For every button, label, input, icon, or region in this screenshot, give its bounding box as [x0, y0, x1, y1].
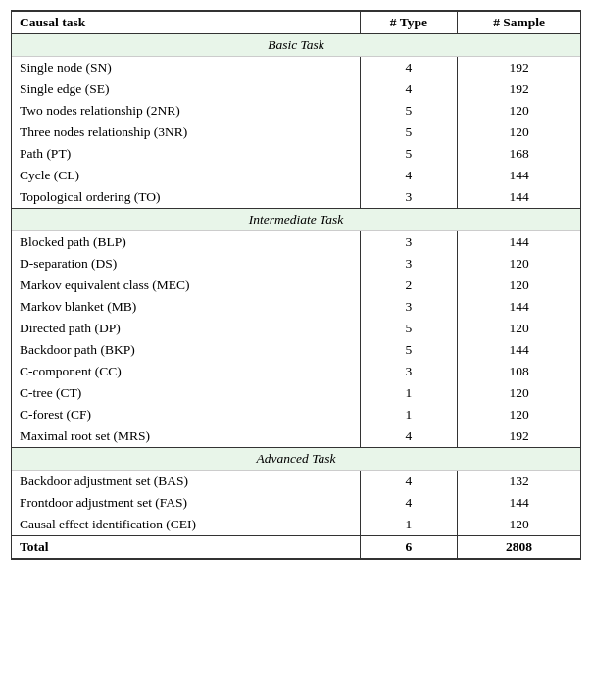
- table-row: Backdoor adjustment set (BAS)4132: [12, 471, 580, 493]
- task-name: Directed path (DP): [12, 318, 360, 339]
- type-count: 1: [360, 514, 458, 536]
- header-sample: # Sample: [458, 12, 580, 34]
- task-name: Single node (SN): [12, 57, 360, 79]
- table-row: Frontdoor adjustment set (FAS)4144: [12, 492, 580, 514]
- table-header: Causal task # Type # Sample: [12, 12, 580, 34]
- table-row: Markov equivalent class (MEC)2120: [12, 275, 580, 296]
- task-name: D-separation (DS): [12, 253, 360, 275]
- table-row: Backdoor path (BKP)5144: [12, 339, 580, 361]
- sample-count: 108: [458, 361, 580, 382]
- sample-count: 120: [458, 100, 580, 122]
- task-name: Single edge (SE): [12, 78, 360, 100]
- table-row: Single node (SN)4192: [12, 57, 580, 79]
- task-name: Backdoor adjustment set (BAS): [12, 471, 360, 493]
- table-row: Cycle (CL)4144: [12, 165, 580, 186]
- sample-count: 120: [458, 318, 580, 339]
- task-name: Markov blanket (MB): [12, 296, 360, 318]
- type-count: 3: [360, 231, 458, 254]
- type-count: 4: [360, 78, 458, 100]
- section-header-1: Intermediate Task: [12, 209, 580, 231]
- sample-count: 192: [458, 425, 580, 448]
- type-count: 3: [360, 186, 458, 209]
- table-row: Two nodes relationship (2NR)5120: [12, 100, 580, 122]
- sample-count: 144: [458, 231, 580, 254]
- type-count: 3: [360, 361, 458, 382]
- sample-count: 120: [458, 514, 580, 536]
- sample-count: 120: [458, 275, 580, 296]
- sample-count: 120: [458, 253, 580, 275]
- sample-count: 192: [458, 78, 580, 100]
- task-name: C-component (CC): [12, 361, 360, 382]
- task-name: Markov equivalent class (MEC): [12, 275, 360, 296]
- type-count: 4: [360, 471, 458, 493]
- header-type: # Type: [360, 12, 458, 34]
- type-count: 3: [360, 296, 458, 318]
- task-name: Maximal root set (MRS): [12, 425, 360, 448]
- type-count: 2: [360, 275, 458, 296]
- task-name: Cycle (CL): [12, 165, 360, 186]
- section-title-2: Advanced Task: [12, 448, 580, 471]
- total-type: 6: [360, 536, 458, 559]
- table-row: C-forest (CF)1120: [12, 404, 580, 425]
- task-name: Path (PT): [12, 143, 360, 165]
- sample-count: 144: [458, 296, 580, 318]
- type-count: 3: [360, 253, 458, 275]
- total-sample: 2808: [458, 536, 580, 559]
- task-name: C-forest (CF): [12, 404, 360, 425]
- section-header-2: Advanced Task: [12, 448, 580, 471]
- sample-count: 144: [458, 186, 580, 209]
- sample-count: 132: [458, 471, 580, 493]
- sample-count: 144: [458, 492, 580, 514]
- table-row: C-tree (CT)1120: [12, 382, 580, 404]
- type-count: 5: [360, 318, 458, 339]
- header-task: Causal task: [12, 12, 360, 34]
- sample-count: 192: [458, 57, 580, 79]
- table-row: D-separation (DS)3120: [12, 253, 580, 275]
- table-row: Directed path (DP)5120: [12, 318, 580, 339]
- type-count: 1: [360, 382, 458, 404]
- table-row: Causal effect identification (CEI)1120: [12, 514, 580, 536]
- table-row: Blocked path (BLP)3144: [12, 231, 580, 254]
- sample-count: 120: [458, 382, 580, 404]
- table-row: C-component (CC)3108: [12, 361, 580, 382]
- table-row: Maximal root set (MRS)4192: [12, 425, 580, 448]
- type-count: 1: [360, 404, 458, 425]
- sample-count: 168: [458, 143, 580, 165]
- task-name: Topological ordering (TO): [12, 186, 360, 209]
- table-row: Single edge (SE)4192: [12, 78, 580, 100]
- sample-count: 120: [458, 122, 580, 143]
- table-row: Three nodes relationship (3NR)5120: [12, 122, 580, 143]
- table-row: Markov blanket (MB)3144: [12, 296, 580, 318]
- table-row: Path (PT)5168: [12, 143, 580, 165]
- type-count: 5: [360, 339, 458, 361]
- type-count: 4: [360, 492, 458, 514]
- total-label: Total: [12, 536, 360, 559]
- sample-count: 144: [458, 165, 580, 186]
- causal-task-table: Causal task # Type # Sample Basic TaskSi…: [12, 11, 580, 559]
- task-name: Blocked path (BLP): [12, 231, 360, 254]
- task-name: Frontdoor adjustment set (FAS): [12, 492, 360, 514]
- section-title-1: Intermediate Task: [12, 209, 580, 231]
- task-name: Backdoor path (BKP): [12, 339, 360, 361]
- type-count: 4: [360, 57, 458, 79]
- sample-count: 120: [458, 404, 580, 425]
- task-name: C-tree (CT): [12, 382, 360, 404]
- type-count: 4: [360, 165, 458, 186]
- type-count: 5: [360, 122, 458, 143]
- total-row: Total62808: [12, 536, 580, 559]
- type-count: 5: [360, 100, 458, 122]
- table-row: Topological ordering (TO)3144: [12, 186, 580, 209]
- type-count: 5: [360, 143, 458, 165]
- type-count: 4: [360, 425, 458, 448]
- section-title-0: Basic Task: [12, 34, 580, 57]
- task-name: Two nodes relationship (2NR): [12, 100, 360, 122]
- task-name: Three nodes relationship (3NR): [12, 122, 360, 143]
- section-header-0: Basic Task: [12, 34, 580, 57]
- task-name: Causal effect identification (CEI): [12, 514, 360, 536]
- sample-count: 144: [458, 339, 580, 361]
